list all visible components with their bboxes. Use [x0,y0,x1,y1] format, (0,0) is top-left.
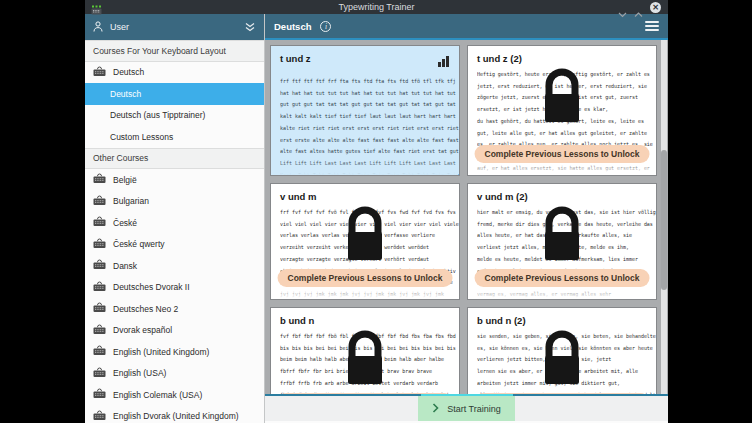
play-chevron-icon [432,403,439,415]
main-content: Deutsch i t und z frf ftf ftf ftf frf [265,14,668,423]
unlock-message-pill: Complete Previous Lessons to Unlock [475,145,650,163]
scrollbar-thumb[interactable] [661,150,667,290]
lesson-title: v und m (2) [477,191,528,202]
lesson-card-b-und-n[interactable]: b und n fvf fbf fbf fbf fbö fbl fbk fbj … [270,307,460,394]
keyboard-icon [93,367,106,380]
unlock-message-pill: Complete Previous Lessons to Unlock [475,393,650,394]
start-training-label: Start Training [447,404,501,414]
lesson-title: v und m [280,191,316,202]
keyboard-icon [93,410,106,423]
maximize-button[interactable] [634,4,643,11]
sidebar-item-ceske-qwerty[interactable]: České qwerty [85,234,264,256]
lock-icon [545,206,579,264]
keyboard-icon [93,302,106,315]
user-label: User [110,22,129,32]
lesson-title: b und n (2) [477,315,526,326]
bar-chart-icon [437,53,450,71]
unlock-message-pill: Complete Previous Lessons to Unlock [475,269,650,287]
lesson-title: b und n [280,315,314,326]
keyboard-icon [93,345,106,358]
lesson-card-t-und-z[interactable]: t und z frf ftf ftf ftf frf fta fts ftd … [270,45,460,176]
section-header-other-courses: Other Courses [85,148,264,170]
keyboard-icon [93,259,106,272]
lesson-title: t und z [280,53,311,64]
double-chevron-down-icon[interactable] [244,18,256,36]
user-selector[interactable]: User [85,14,264,40]
unlock-message-pill: Complete Previous Lessons to Unlock [278,393,453,394]
footer-bar: Start Training [265,394,668,421]
preview-fade [272,160,458,175]
lock-icon [545,330,579,388]
sidebar-item-english-usa[interactable]: English (USA) [85,363,264,385]
lesson-title: t und z (2) [477,53,522,64]
lesson-card-v-und-m[interactable]: v und m frf fvf fvf fvf fvö fvl fvk fvj … [270,183,460,300]
keyboard-icon [93,281,106,294]
info-icon[interactable]: i [320,21,331,32]
hamburger-menu-icon[interactable] [645,21,659,31]
sidebar: User Courses For Your Keyboard Layout [85,14,265,423]
keyboard-icon [93,388,106,401]
keyboard-icon [93,238,106,251]
user-icon [93,18,103,36]
minimize-button[interactable] [618,4,627,11]
unlock-message-pill: Complete Previous Lessons to Unlock [278,269,453,287]
sidebar-item-belgie[interactable]: België [85,169,264,191]
app-window: Typewriting Trainer ✕ User [85,0,668,423]
sidebar-item-english-dvorak-uk[interactable]: English Dvorak (United Kingdom) [85,406,264,423]
sidebar-item-ceske[interactable]: České [85,212,264,234]
lesson-grid-area: t und z frf ftf ftf ftf frf fta fts ftd … [265,40,668,394]
window-title: Typewriting Trainer [85,0,668,14]
section-header-keyboard-layout: Courses For Your Keyboard Layout [85,40,264,62]
vertical-scrollbar[interactable] [661,40,667,394]
lesson-card-b-und-n-2[interactable]: b und n (2) sie senden, sie geben, sie k… [467,307,657,394]
keyboard-icon [93,173,106,186]
sidebar-item-english-uk[interactable]: English (United Kingdom) [85,341,264,363]
sidebar-item-custom-lessons[interactable]: Custom Lessons [85,126,264,148]
keyboard-icon [93,216,106,229]
sidebar-item-english-colemak-usa[interactable]: English Colemak (USA) [85,384,264,406]
keyboard-icon [93,66,106,79]
start-training-button[interactable]: Start Training [418,396,515,421]
sidebar-item-deutsch-lesson-selected[interactable]: Deutsch [85,83,264,105]
close-button[interactable]: ✕ [650,2,661,13]
sidebar-item-deutsches-dvorak-ii[interactable]: Deutsches Dvorak II [85,277,264,299]
sidebar-item-dansk[interactable]: Dansk [85,255,264,277]
lock-icon [348,206,382,264]
sidebar-item-deutsches-neo-2[interactable]: Deutsches Neo 2 [85,298,264,320]
lesson-card-t-und-z-2[interactable]: t und z (2) Heftig gestört, heute erzähl… [467,45,657,176]
sidebar-item-deutsch-course[interactable]: Deutsch [85,62,264,84]
titlebar[interactable]: Typewriting Trainer ✕ [85,0,668,14]
course-list: Courses For Your Keyboard Layout Deutsch… [85,40,264,423]
focus-highlight [421,394,513,396]
keyboard-icon [93,195,106,208]
keyboard-icon [93,324,106,337]
course-header: Deutsch i [265,14,668,40]
sidebar-item-dvorak-espanol[interactable]: Dvorak español [85,320,264,342]
sidebar-item-deutsch-tipptrainer[interactable]: Deutsch (aus Tipptrainer) [85,105,264,127]
sidebar-item-bulgarian[interactable]: Bulgarian [85,191,264,213]
lock-icon [545,68,579,126]
lesson-card-v-und-m-2[interactable]: v und m (2) hier malt er emsig, du verar… [467,183,657,300]
course-title: Deutsch [274,21,311,32]
lock-icon [348,330,382,388]
